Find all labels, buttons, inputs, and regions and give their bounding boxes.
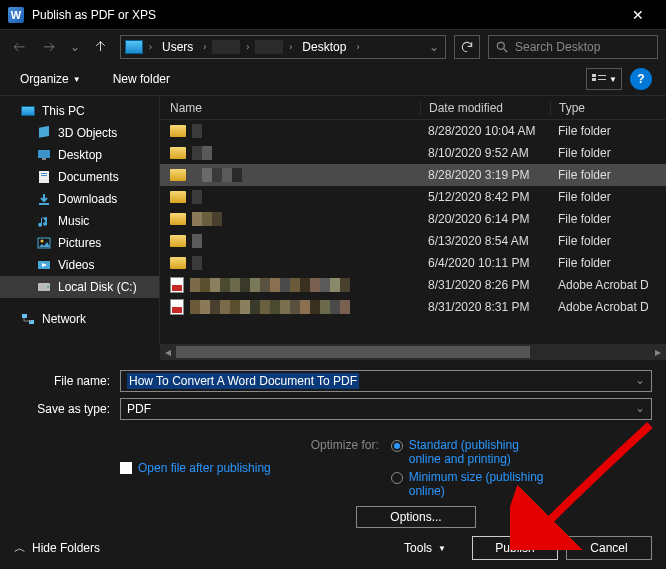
chevron-right-icon[interactable]: ›: [354, 42, 361, 52]
options-button[interactable]: Options...: [356, 506, 476, 528]
tools-dropdown[interactable]: Tools ▼: [404, 541, 446, 555]
folder-icon: [36, 214, 52, 228]
chevron-right-icon[interactable]: ›: [244, 42, 251, 52]
tree-network[interactable]: Network: [0, 308, 159, 330]
search-input[interactable]: Search Desktop: [488, 35, 658, 59]
optimize-label: Optimize for:: [311, 438, 379, 498]
pdf-icon: [170, 299, 184, 315]
filename-input[interactable]: How To Convert A Word Document To PDF: [120, 370, 652, 392]
tree-item[interactable]: Local Disk (C:): [0, 276, 159, 298]
file-row[interactable]: 8/28/2020 3:19 PMFile folder: [160, 164, 666, 186]
file-row[interactable]: 8/10/2020 9:52 AMFile folder: [160, 142, 666, 164]
saveas-dropdown[interactable]: PDF: [120, 398, 652, 420]
folder-icon: [170, 125, 186, 137]
svg-rect-4: [598, 75, 606, 76]
saveas-label: Save as type:: [14, 402, 120, 416]
publish-button[interactable]: Publish: [472, 536, 558, 560]
svg-rect-7: [38, 150, 50, 158]
address-bar[interactable]: › Users › › › Desktop › ⌄: [120, 35, 446, 59]
folder-icon: [170, 169, 186, 181]
view-icon: [591, 73, 607, 85]
svg-line-1: [504, 48, 508, 52]
address-dropdown[interactable]: ⌄: [427, 40, 441, 54]
back-button[interactable]: 🡠: [8, 36, 30, 58]
column-name[interactable]: Name: [160, 101, 420, 115]
crumb-redacted[interactable]: [255, 40, 283, 54]
pdf-icon: [170, 277, 184, 293]
file-row[interactable]: 8/31/2020 8:31 PMAdobe Acrobat D: [160, 296, 666, 318]
folder-icon: [36, 148, 52, 162]
up-button[interactable]: 🡡: [90, 36, 112, 58]
file-row[interactable]: 8/31/2020 8:26 PMAdobe Acrobat D: [160, 274, 666, 296]
organize-button[interactable]: Organize ▼: [14, 68, 87, 90]
new-folder-button[interactable]: New folder: [107, 68, 176, 90]
redacted-name: [192, 146, 212, 160]
pc-icon: [20, 104, 36, 118]
pc-icon: [125, 40, 143, 54]
folder-icon: [36, 236, 52, 250]
crumb-users[interactable]: Users: [158, 40, 197, 54]
folder-icon: [170, 147, 186, 159]
svg-rect-6: [39, 126, 49, 138]
tree-item[interactable]: Pictures: [0, 232, 159, 254]
svg-rect-5: [598, 79, 606, 80]
tree-item[interactable]: Music: [0, 210, 159, 232]
folder-icon: [36, 192, 52, 206]
search-placeholder: Search Desktop: [515, 40, 600, 54]
tree-item[interactable]: Downloads: [0, 188, 159, 210]
svg-rect-2: [592, 74, 596, 77]
file-row[interactable]: 8/28/2020 10:04 AMFile folder: [160, 120, 666, 142]
redacted-name: [190, 300, 350, 314]
refresh-button[interactable]: [454, 35, 480, 59]
redacted-name: [190, 278, 350, 292]
tree-this-pc[interactable]: This PC: [0, 100, 159, 122]
refresh-icon: [460, 40, 474, 54]
redacted-name: [192, 124, 202, 138]
search-icon: [495, 40, 509, 54]
window-title: Publish as PDF or XPS: [32, 8, 618, 22]
chevron-right-icon[interactable]: ›: [147, 42, 154, 52]
chevron-right-icon[interactable]: ›: [201, 42, 208, 52]
help-button[interactable]: ?: [630, 68, 652, 90]
dropdown-icon: ▼: [438, 544, 446, 553]
tree-item[interactable]: Desktop: [0, 144, 159, 166]
file-row[interactable]: 8/20/2020 6:14 PMFile folder: [160, 208, 666, 230]
navigation-tree: This PC 3D ObjectsDesktopDocumentsDownlo…: [0, 96, 160, 344]
network-icon: [20, 312, 36, 326]
view-options-button[interactable]: ▼: [586, 68, 622, 90]
crumb-desktop[interactable]: Desktop: [298, 40, 350, 54]
tree-item[interactable]: Documents: [0, 166, 159, 188]
cancel-button[interactable]: Cancel: [566, 536, 652, 560]
tree-item[interactable]: Videos: [0, 254, 159, 276]
svg-rect-9: [39, 171, 49, 183]
history-dropdown[interactable]: ⌄: [68, 40, 82, 54]
close-button[interactable]: ✕: [618, 7, 658, 23]
optimize-standard-radio[interactable]: Standard (publishing online and printing…: [391, 438, 549, 466]
scroll-left-icon[interactable]: ◂: [160, 344, 176, 360]
folder-icon: [36, 126, 52, 140]
tree-item[interactable]: 3D Objects: [0, 122, 159, 144]
folder-icon: [36, 280, 52, 294]
column-date[interactable]: Date modified: [420, 101, 550, 115]
svg-rect-3: [592, 78, 596, 81]
svg-point-0: [497, 42, 504, 49]
svg-rect-18: [22, 314, 27, 318]
column-type[interactable]: Type: [550, 101, 666, 115]
file-row[interactable]: 6/4/2020 10:11 PMFile folder: [160, 252, 666, 274]
crumb-redacted[interactable]: [212, 40, 240, 54]
dropdown-icon: ▼: [73, 75, 81, 84]
hide-folders-button[interactable]: ︿ Hide Folders: [14, 540, 100, 557]
file-list[interactable]: 8/28/2020 10:04 AMFile folder8/10/2020 9…: [160, 120, 666, 344]
file-row[interactable]: 6/13/2020 8:54 AMFile folder: [160, 230, 666, 252]
checkbox-icon: [120, 462, 132, 474]
scroll-right-icon[interactable]: ▸: [650, 344, 666, 360]
open-after-checkbox[interactable]: Open file after publishing: [120, 438, 271, 498]
file-row[interactable]: 5/12/2020 8:42 PMFile folder: [160, 186, 666, 208]
optimize-minimum-radio[interactable]: Minimum size (publishing online): [391, 470, 549, 498]
radio-icon: [391, 440, 403, 452]
folder-icon: [170, 257, 186, 269]
radio-icon: [391, 472, 403, 484]
chevron-up-icon: ︿: [14, 540, 26, 557]
horizontal-scrollbar[interactable]: ◂ ▸: [160, 344, 666, 360]
chevron-right-icon[interactable]: ›: [287, 42, 294, 52]
